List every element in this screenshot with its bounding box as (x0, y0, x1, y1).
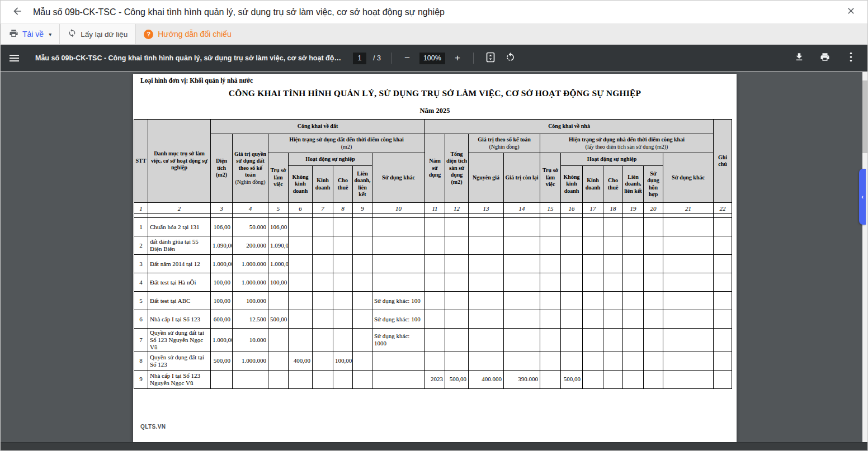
zoom-in-button[interactable]: + (452, 53, 463, 64)
fit-page-button[interactable] (484, 51, 497, 65)
table-cell (583, 218, 603, 236)
table-cell (372, 255, 425, 273)
table-cell (663, 218, 714, 236)
column-number: 6 (289, 203, 313, 214)
pdf-print-button[interactable] (818, 51, 832, 65)
header-house-other: Sử dụng khác (663, 153, 714, 203)
column-number: 9 (353, 203, 372, 214)
close-icon (846, 6, 856, 18)
column-number: 5 (268, 203, 289, 214)
column-number: 16 (561, 203, 583, 214)
table-cell (623, 273, 644, 292)
table-cell (663, 352, 714, 370)
table-cell (353, 352, 372, 370)
table-cell (663, 370, 714, 388)
table-cell: 100,00 (268, 273, 289, 292)
table-cell (583, 370, 603, 388)
table-cell (313, 273, 333, 292)
table-cell (714, 218, 732, 236)
column-number: 22 (714, 203, 732, 214)
table-cell (540, 310, 561, 329)
table-cell (561, 273, 583, 292)
table-cell (663, 273, 714, 292)
header-land-joint: Liên doanh, liên kết (353, 166, 372, 203)
reload-data-button[interactable]: Lấy lại dữ liệu (60, 24, 136, 44)
table-cell (663, 236, 714, 255)
table-cell: Sử dụng khác: 100 (372, 310, 425, 329)
header-house-remaining-value: Giá trị còn lại (504, 153, 540, 203)
table-row: 8Quyền sử dụng đất tại Số 123500,001.000… (134, 352, 732, 370)
side-panel-handle[interactable]: ‹ (859, 169, 866, 225)
table-cell: 1.000,00 (268, 255, 289, 273)
table-body: 123456789101112131415161718192021221Chuẩ… (134, 203, 732, 389)
column-number: 8 (333, 203, 353, 214)
table-cell (289, 273, 313, 292)
table-cell: Sử dụng khác: 1000 (372, 329, 425, 352)
table-cell (623, 370, 644, 388)
table-cell (504, 352, 540, 370)
table-cell (469, 292, 504, 310)
page-number-input[interactable]: 1 (353, 53, 366, 64)
table-cell: 100.000 (233, 292, 268, 310)
header-stt: STT (134, 120, 148, 203)
download-file-button[interactable]: Tải về ▾ (1, 24, 60, 44)
header-land-value: Giá trị quyền sử dụng đất theo sổ kế toá… (233, 134, 268, 203)
table-cell (372, 273, 425, 292)
more-options-button[interactable] (844, 51, 857, 65)
comparison-guide-link[interactable]: ? Hướng dẫn đối chiếu (136, 24, 239, 44)
back-button[interactable] (10, 4, 25, 20)
table-cell (333, 218, 353, 236)
table-cell (663, 292, 714, 310)
table-cell: 10.000 (233, 329, 268, 352)
vertical-scrollbar[interactable] (862, 72, 867, 450)
pdf-document-title: Mẫu số 09b-CK-TSC - Công khai tình hình … (35, 54, 342, 62)
table-row: 4Đất test tại Hà nỘi100,001.000.000100,0… (134, 273, 732, 292)
print-icon (820, 52, 830, 64)
table-cell (644, 310, 663, 329)
table-cell (583, 329, 603, 352)
table-cell (233, 370, 268, 388)
header-land-career-group: Hoạt động sự nghiệp (289, 153, 372, 166)
zoom-out-button[interactable]: − (402, 53, 413, 64)
spacer-cell (372, 214, 425, 218)
header-house-original-price: Nguyên giá (469, 153, 504, 203)
title-bar: Mẫu số 09b-CK-TSC - Công khai tình hình … (1, 1, 867, 24)
column-number: 10 (372, 203, 425, 214)
close-button[interactable] (843, 4, 858, 20)
scrollbar-thumb[interactable] (862, 80, 867, 153)
table-cell (540, 218, 561, 236)
table-cell: 2 (134, 236, 148, 255)
table-cell (289, 329, 313, 352)
table-cell: 9 (134, 370, 148, 388)
table-cell (333, 273, 353, 292)
table-cell (540, 329, 561, 352)
table-cell (289, 255, 313, 273)
more-options-icon (850, 52, 852, 64)
table-cell (289, 292, 313, 310)
spacer-cell (333, 214, 353, 218)
table-cell (540, 370, 561, 388)
spacer-cell (233, 214, 268, 218)
spacer-cell (148, 214, 211, 218)
table-cell (353, 310, 372, 329)
table-cell: Đất test tại ABC (148, 292, 211, 310)
table-cell: Nhà cấp I tại Số 123 (148, 310, 211, 329)
table-cell: 6 (134, 310, 148, 329)
hamburger-icon (10, 55, 19, 56)
column-number: 11 (425, 203, 445, 214)
table-cell: Nhà cấp I tại Số 123 Nguyễn Ngọc Vũ (148, 370, 211, 388)
table-cell (561, 329, 583, 352)
column-number: 7 (313, 203, 333, 214)
table-cell (313, 370, 333, 388)
table-cell (603, 370, 623, 388)
pdf-download-button[interactable] (792, 51, 806, 65)
download-icon (794, 52, 804, 64)
table-cell: 12.500 (233, 310, 268, 329)
menu-button[interactable] (10, 51, 23, 65)
table-cell: 1.000,00 (211, 255, 233, 273)
table-cell (469, 236, 504, 255)
table-cell (561, 255, 583, 273)
rotate-button[interactable] (504, 51, 517, 65)
spacer-cell (714, 214, 732, 218)
table-cell (425, 255, 445, 273)
